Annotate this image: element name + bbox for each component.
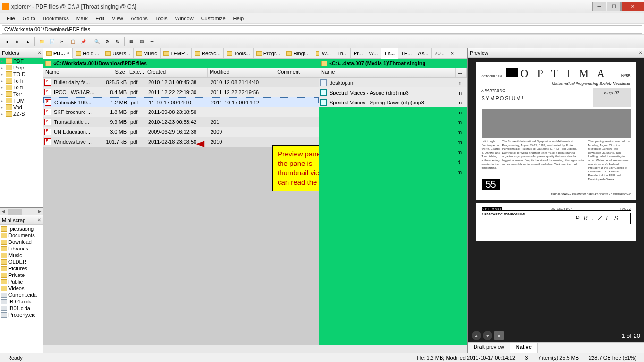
tab[interactable]: W... [319,48,334,58]
col-name[interactable]: Name [43,68,99,77]
tab[interactable]: Recyc... [192,48,224,58]
tab[interactable]: TEMP... [161,48,192,58]
tool-icon[interactable]: 🔍 [92,37,102,46]
col-name[interactable]: Name [319,68,456,77]
miniscrap-item[interactable]: Videos [0,285,43,292]
file-row[interactable]: m [319,127,467,137]
tab[interactable]: Th... [334,48,351,58]
right-pane-path[interactable]: «C:\...data.007 (Media 1)\Throat singing [319,59,467,68]
tree-item[interactable]: ▸ZZ-S [0,111,43,117]
menu-actions[interactable]: Actions [127,15,152,22]
tree-item[interactable]: ▸To fi [0,78,43,84]
file-row[interactable]: rn [319,137,467,147]
menu-mark[interactable]: Mark [73,15,92,22]
folders-close-icon[interactable]: ✕ [37,50,41,55]
file-row[interactable]: m [319,117,467,127]
miniscrap-item[interactable]: Current.cida [0,292,43,298]
folders-hscroll[interactable]: ◄► [0,208,43,215]
menu-help[interactable]: Help [229,15,248,22]
file-row[interactable]: UN Education...3.0 MBpdf2009-06-29 16:12… [43,127,319,137]
menu-file[interactable]: File [3,15,19,22]
file-row[interactable]: Spectral Voices - Spring Dawn (clip).mp3… [319,97,467,107]
preview-close-icon[interactable]: ✕ [638,50,642,55]
tool-icon[interactable]: 📌 [78,37,88,46]
tree-item[interactable]: ▸Vod [0,104,43,111]
miniscrap-item[interactable]: Libraries [0,245,43,252]
tab[interactable]: 20... [432,48,448,58]
tree-item[interactable]: ▸Torr [0,91,43,97]
nav-forward-icon[interactable]: ► [13,37,22,46]
miniscrap-item[interactable]: Download [0,239,43,245]
tabs-close[interactable]: × [448,48,457,58]
nav-up-icon[interactable]: ▲ [23,37,33,46]
miniscrap-item[interactable]: IB01.cida [0,305,43,311]
tab[interactable]: Music [134,48,161,58]
col-size[interactable]: Size [99,68,127,77]
left-file-list[interactable]: ◄ Preview pane is showing 1st couple of … [43,78,319,345]
left-hscroll[interactable] [43,345,319,353]
menu-window[interactable]: Window [171,15,197,22]
col-e[interactable]: E. [456,68,467,77]
tree-item[interactable]: ▸To fi [0,84,43,91]
right-hscroll[interactable] [319,345,467,353]
tool-icon[interactable]: ⚙ [102,37,112,46]
menu-view[interactable]: View [108,15,127,22]
miniscrap-list[interactable]: .picasaorigiDocumentsDownloadLibrariesMu… [0,225,43,353]
tab[interactable]: TE... [398,48,415,58]
tool-icon[interactable]: ↻ [113,37,122,46]
left-column-headers[interactable]: Name Size Exte... Created Modified Comme… [43,68,319,78]
tool-icon[interactable]: ☰ [147,37,157,46]
file-row[interactable]: m [319,167,467,177]
tab[interactable]: Pr... [351,48,366,58]
col-comment[interactable]: Comment [269,68,302,77]
file-row[interactable]: Buller dairy fa...825.5 kBpdf2010-12-31 … [43,78,319,87]
tool-icon[interactable]: ✂ [58,37,67,46]
tree-item[interactable]: ▸PDF [0,58,43,64]
menu-customize[interactable]: Customize [197,15,229,22]
file-row[interactable]: Transatlantic ...9.9 MBpdf2010-12-23 00:… [43,117,319,127]
tree-item[interactable]: ▸TUM [0,97,43,104]
tab[interactable]: Ringt... [283,48,313,58]
miniscrap-item[interactable]: Music [0,252,43,259]
miniscrap-item[interactable]: Public [0,278,43,285]
preview-stop-icon[interactable]: ■ [494,331,504,340]
miniscrap-item[interactable]: .picasaorigi [0,225,43,232]
menu-tools[interactable]: Tools [152,15,171,22]
tab[interactable]: Hold ... [73,48,102,58]
col-ext[interactable]: Exte... [127,68,145,77]
right-file-list[interactable]: desktop.iniinSpectral Voices - Aspire (c… [319,78,467,345]
maximize-button[interactable]: ☐ [607,2,621,11]
col-modified[interactable]: Modified [208,68,269,77]
file-row[interactable]: d. [319,157,467,167]
miniscrap-item[interactable]: OLDER [0,259,43,265]
tool-icon[interactable]: ▤ [137,37,146,46]
miniscrap-item[interactable]: Pictures [0,265,43,272]
tab[interactable]: Tools... [224,48,254,58]
nav-back-icon[interactable]: ◄ [2,37,12,46]
menu-bookmarks[interactable]: Bookmarks [39,15,73,22]
tree-item[interactable]: ▸TO D [0,71,43,78]
address-input[interactable] [2,25,642,34]
tab[interactable]: Th... [381,48,398,59]
preview-viewport[interactable]: OCTOBER 1997 O P T I M A Nº55 Mathematic… [468,58,644,329]
miniscrap-item[interactable]: Property.cic [0,311,43,318]
left-pane-path[interactable]: «C:\Workdata.001\Download\PDF files [43,59,319,68]
miniscrap-item[interactable]: Private [0,272,43,278]
tab[interactable]: As... [415,48,432,58]
miniscrap-item[interactable]: IB 01.cida [0,298,43,305]
file-row[interactable]: IPCC - WG1AR...8.4 MBpdf2011-12-22 22:19… [43,87,319,97]
close-button[interactable]: ✕ [621,2,644,11]
file-row[interactable]: m [319,147,467,157]
tool-icon[interactable]: 📁 [37,37,46,46]
tool-icon[interactable]: 📄 [47,37,57,46]
tool-icon[interactable]: ▦ [127,37,136,46]
tool-icon[interactable]: 📋 [68,37,77,46]
tab[interactable]: Progr... [254,48,283,58]
preview-tab-native[interactable]: Native [510,343,538,353]
tab[interactable]: W... [366,48,381,58]
file-row[interactable]: desktop.iniin [319,78,467,87]
preview-down-icon[interactable]: ▼ [483,331,492,340]
miniscrap-close-icon[interactable]: ✕ [37,217,41,223]
menu-edit[interactable]: Edit [92,15,108,22]
col-created[interactable]: Created [145,68,208,77]
